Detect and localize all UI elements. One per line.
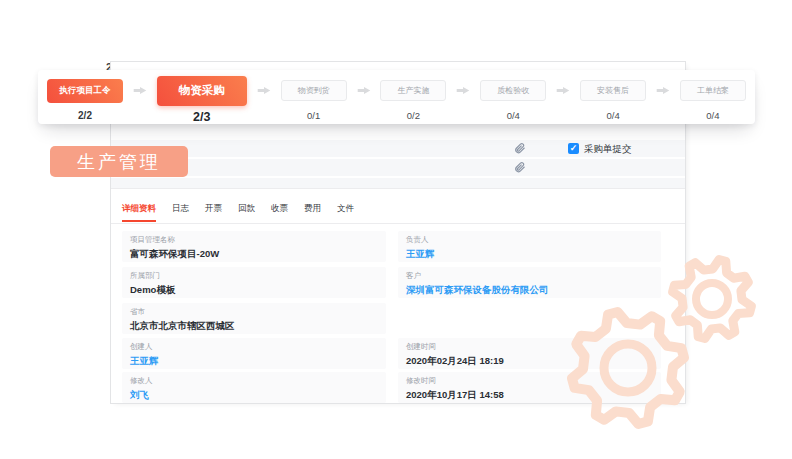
field-value: 北京市北京市辖区西城区 [130, 320, 378, 333]
field-created-at: 创建时间 2020年02月24日 18:19 [398, 338, 661, 369]
attachment-row: ✓ 采购单提交 [111, 140, 685, 157]
tab-expenses[interactable]: 费用 [304, 203, 321, 222]
step-button[interactable]: 物资采购 [157, 76, 247, 106]
tab-logs[interactable]: 日志 [172, 203, 189, 222]
step-work-order-closure: 工单结案 0/4 [680, 72, 746, 121]
step-installation-aftersales: 安装售后 0/4 [580, 72, 646, 121]
tab-details[interactable]: 详细资料 [122, 203, 156, 222]
step-count: 2/3 [193, 110, 210, 124]
field-label: 所属部门 [130, 271, 378, 281]
step-count: 0/2 [407, 110, 420, 121]
production-management-badge: 生产管理 [50, 146, 188, 177]
step-count: 0/4 [507, 110, 520, 121]
arrow-right-icon [656, 72, 670, 109]
checkbox-label: 采购单提交 [584, 143, 632, 156]
field-label: 创建时间 [406, 342, 653, 352]
tab-invoicing[interactable]: 开票 [205, 203, 222, 222]
arrow-right-icon [556, 72, 570, 109]
owner-link[interactable]: 王亚辉 [406, 248, 653, 261]
field-modified-at: 修改时间 2020年10月17日 14:58 [398, 372, 661, 403]
attachment-row [111, 159, 685, 176]
paperclip-icon[interactable] [514, 142, 526, 154]
step-execute-work-order: 执行项目工令 2/2 [47, 72, 123, 121]
field-value: 2020年10月17日 14:58 [406, 389, 653, 402]
step-count: 2/2 [78, 110, 92, 121]
field-label: 客户 [406, 271, 653, 281]
step-button[interactable]: 质检验收 [480, 80, 546, 101]
tab-bar-divider [111, 223, 685, 224]
page: 2/3 ✓ 采购单提交 详细资料 日志 开票 回款 [0, 0, 792, 459]
gear-hole [696, 283, 728, 315]
field-province-city: 省市 北京市北京市辖区西城区 [122, 303, 386, 334]
field-modifier: 修改人 刘飞 [122, 372, 386, 403]
purchase-order-checkbox[interactable]: ✓ [568, 143, 579, 154]
field-label: 修改时间 [406, 376, 653, 386]
workflow-stepper: 执行项目工令 2/2 物资采购 2/3 物资到货 0/1 生产实施 0/2 质检… [38, 70, 755, 124]
field-value: 2020年02月24日 18:19 [406, 355, 653, 368]
step-count: 0/1 [307, 110, 320, 121]
tab-receipts[interactable]: 收票 [271, 203, 288, 222]
arrow-right-icon [456, 72, 470, 109]
step-material-procurement: 物资采购 2/3 [157, 72, 247, 124]
section-divider [111, 188, 685, 189]
field-label: 创建人 [130, 342, 378, 352]
field-customer: 客户 深圳富可森环保设备股份有限公司 [398, 267, 661, 298]
paperclip-icon[interactable] [514, 161, 526, 173]
field-label: 省市 [130, 307, 378, 317]
arrow-right-icon [133, 72, 147, 109]
field-value: 富可森环保项目-20W [130, 248, 378, 261]
tab-bar: 详细资料 日志 开票 回款 收票 费用 文件 [122, 203, 354, 222]
field-department: 所属部门 Demo模板 [122, 267, 386, 298]
step-button[interactable]: 安装售后 [580, 80, 646, 101]
step-count: 0/4 [606, 110, 619, 121]
arrow-right-icon [257, 72, 271, 109]
field-label: 负责人 [406, 235, 653, 245]
row-band [111, 178, 685, 188]
modifier-link[interactable]: 刘飞 [130, 389, 378, 402]
step-count: 0/4 [706, 110, 719, 121]
step-button[interactable]: 执行项目工令 [47, 79, 123, 103]
field-label: 修改人 [130, 376, 378, 386]
step-button[interactable]: 生产实施 [380, 80, 446, 101]
step-quality-acceptance: 质检验收 0/4 [480, 72, 546, 121]
step-button[interactable]: 物资到货 [281, 80, 347, 101]
field-project-name: 项目管理名称 富可森环保项目-20W [122, 231, 386, 262]
step-button[interactable]: 工单结案 [680, 80, 746, 101]
tab-payment-collection[interactable]: 回款 [238, 203, 255, 222]
tab-files[interactable]: 文件 [337, 203, 354, 222]
creator-link[interactable]: 王亚辉 [130, 355, 378, 368]
field-owner: 负责人 王亚辉 [398, 231, 661, 262]
step-production-implementation: 生产实施 0/2 [380, 72, 446, 121]
customer-link[interactable]: 深圳富可森环保设备股份有限公司 [406, 284, 653, 297]
field-value: Demo模板 [130, 284, 378, 297]
field-label: 项目管理名称 [130, 235, 378, 245]
arrow-right-icon [357, 72, 371, 109]
field-creator: 创建人 王亚辉 [122, 338, 386, 369]
step-material-arrival: 物资到货 0/1 [281, 72, 347, 121]
